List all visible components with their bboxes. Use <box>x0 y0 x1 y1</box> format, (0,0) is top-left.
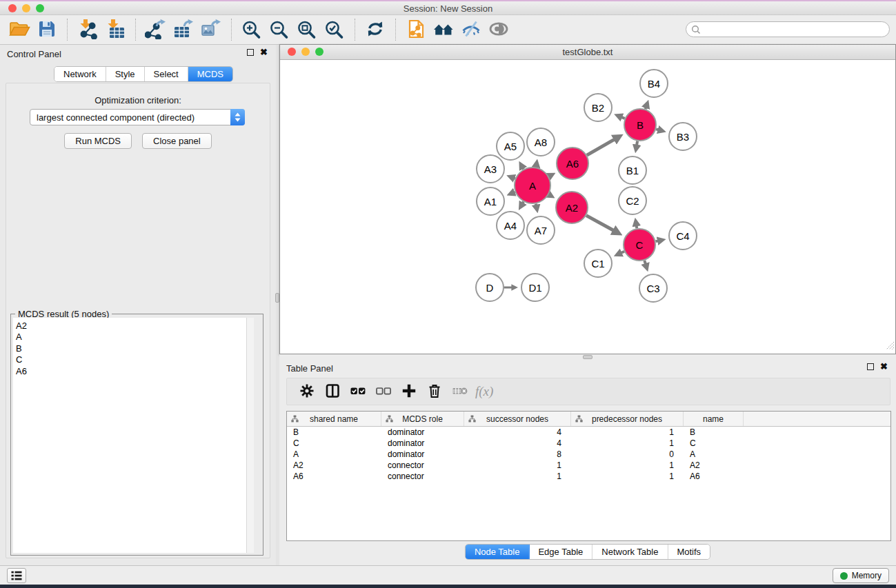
show-graphics-button[interactable] <box>485 17 512 43</box>
edge-A-A7[interactable] <box>536 204 537 207</box>
zoom-fit-button[interactable] <box>293 17 321 43</box>
export-network-button[interactable] <box>142 17 170 43</box>
open-file-button[interactable] <box>6 17 33 43</box>
task-history-button[interactable] <box>7 568 26 583</box>
node-A8[interactable] <box>527 128 555 156</box>
edge-B-B2[interactable] <box>621 116 625 119</box>
select-all-checks-button[interactable] <box>345 380 370 403</box>
home-view-button[interactable] <box>430 17 457 43</box>
edge-B-B4[interactable] <box>646 106 646 109</box>
node-D1[interactable] <box>521 274 549 301</box>
table-row[interactable]: Bdominator41B <box>287 427 890 438</box>
export-image-button[interactable] <box>197 17 225 43</box>
delete-column-button[interactable] <box>421 380 447 403</box>
tab-style[interactable]: Style <box>106 67 145 81</box>
network-window-titlebar[interactable]: testGlobe.txt <box>280 45 895 60</box>
deselect-all-checks-button[interactable] <box>370 380 396 403</box>
float-panel-icon[interactable] <box>247 49 254 56</box>
node-A[interactable] <box>515 168 550 203</box>
table-settings-button[interactable] <box>294 380 319 403</box>
edge-A-A1[interactable] <box>513 192 515 193</box>
table-row[interactable]: Cdominator41C <box>287 438 890 449</box>
edge-B-B3[interactable] <box>656 129 659 130</box>
mcds-result-item[interactable]: A2 <box>16 321 246 332</box>
edge-A-A4[interactable] <box>522 202 524 205</box>
mcds-buttons-row: Run MCDS Close panel <box>6 133 270 149</box>
edge-A2-C[interactable] <box>586 216 615 232</box>
run-mcds-button[interactable]: Run MCDS <box>64 133 132 149</box>
hide-graphics-button[interactable] <box>457 17 485 43</box>
column-header-predecessor-nodes[interactable]: predecessor nodes <box>571 412 684 426</box>
table-close-panel-icon[interactable]: ✖ <box>880 363 888 370</box>
mcds-result-item[interactable]: A <box>16 332 246 343</box>
tab-node-table[interactable]: Node Table <box>466 545 530 559</box>
node-A4[interactable] <box>497 212 524 239</box>
node-A2[interactable] <box>556 192 588 223</box>
table-float-panel-icon[interactable] <box>867 363 874 370</box>
tab-mcds[interactable]: MCDS <box>188 67 232 81</box>
node-C1[interactable] <box>584 250 612 277</box>
edge-C-C4[interactable] <box>656 241 659 241</box>
edge-C-C1[interactable] <box>620 252 624 254</box>
node-A1[interactable] <box>477 187 504 215</box>
tab-select[interactable]: Select <box>145 67 188 81</box>
mcds-result-item[interactable]: A6 <box>16 366 246 377</box>
zoom-in-button[interactable] <box>238 17 266 43</box>
memory-button[interactable]: Memory <box>833 568 889 583</box>
close-panel-button[interactable]: Close panel <box>142 133 212 149</box>
horizontal-split-divider[interactable] <box>279 354 896 360</box>
export-table-button[interactable] <box>170 17 197 43</box>
column-header-shared-name[interactable]: shared name <box>287 412 381 426</box>
search-input[interactable] <box>701 25 889 34</box>
edge-C-C3[interactable] <box>644 261 646 265</box>
tab-motifs[interactable]: Motifs <box>668 545 710 559</box>
import-table-button[interactable] <box>101 17 129 43</box>
add-column-button[interactable] <box>396 380 421 403</box>
column-header-MCDS-role[interactable]: MCDS role <box>381 412 464 426</box>
zoom-out-button[interactable] <box>266 17 293 43</box>
mcds-result-item[interactable]: C <box>16 354 246 365</box>
close-panel-icon[interactable]: ✖ <box>260 49 268 56</box>
edge-A-A5[interactable] <box>522 168 524 170</box>
edge-A6-B[interactable] <box>587 139 616 155</box>
edge-A-A3[interactable] <box>513 178 515 179</box>
mcds-result-item[interactable]: B <box>16 343 246 354</box>
mcds-result-scrollbar[interactable] <box>246 318 254 553</box>
network-canvas[interactable]: B4B2BB3A8A5A6A3B1AA1C2A2A4A7C4CC1DD1C3 <box>280 60 895 354</box>
delete-table-button[interactable] <box>447 380 472 403</box>
column-header-name[interactable]: name <box>684 412 744 426</box>
refresh-view-button[interactable] <box>361 17 389 43</box>
open-session-button[interactable] <box>402 17 430 43</box>
save-session-button[interactable] <box>33 17 61 43</box>
table-row[interactable]: A6connector11A6 <box>287 471 890 482</box>
node-A6[interactable] <box>557 148 588 179</box>
horizontal-divider-handle[interactable] <box>583 355 593 359</box>
import-network-button[interactable] <box>74 17 101 43</box>
node-C2[interactable] <box>619 187 646 214</box>
node-C3[interactable] <box>639 274 667 302</box>
table-row[interactable]: Adominator80A <box>287 449 890 460</box>
node-B4[interactable] <box>640 70 668 97</box>
column-header-successor-nodes[interactable]: successor nodes <box>464 412 571 426</box>
node-C[interactable] <box>624 229 655 261</box>
table-row[interactable]: A2connector11A2 <box>287 460 890 471</box>
node-A5[interactable] <box>497 132 524 160</box>
window-resize-grip[interactable] <box>886 341 895 353</box>
node-B3[interactable] <box>669 123 697 150</box>
tab-edge-table[interactable]: Edge Table <box>529 545 593 559</box>
node-B2[interactable] <box>584 94 612 121</box>
node-A7[interactable] <box>527 216 555 244</box>
tab-network-table[interactable]: Network Table <box>593 545 668 559</box>
columns-view-button[interactable] <box>319 380 345 403</box>
edge-C-C2[interactable] <box>636 225 637 229</box>
tab-network[interactable]: Network <box>54 67 106 81</box>
edge-B-B1[interactable] <box>637 141 637 147</box>
criterion-select[interactable]: largest connected component (directed) <box>30 109 245 125</box>
node-C4[interactable] <box>669 222 697 250</box>
node-B[interactable] <box>624 109 656 141</box>
node-B1[interactable] <box>619 156 646 184</box>
function-builder-button[interactable]: f(x) <box>472 384 493 399</box>
node-A3[interactable] <box>477 155 504 183</box>
node-D[interactable] <box>476 274 504 301</box>
zoom-selected-button[interactable] <box>321 17 348 43</box>
